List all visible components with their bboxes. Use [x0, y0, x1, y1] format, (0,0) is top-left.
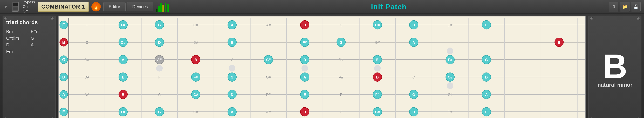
svg-rect-3: [13, 8, 18, 9]
svg-text:F#: F#: [121, 23, 125, 27]
chords-grid: Bm F#m C#dim G D A Em: [6, 29, 52, 54]
key-letter: B: [603, 49, 627, 83]
svg-text:G#: G#: [193, 110, 198, 114]
chord-c-sharp-dim: C#dim: [6, 36, 27, 41]
svg-text:F: F: [86, 110, 88, 114]
svg-text:G#: G#: [448, 93, 452, 97]
chords-panel: triad chords Bm F#m C#dim G D A Em: [2, 16, 56, 118]
svg-text:F#: F#: [303, 41, 307, 45]
svg-text:E: E: [304, 93, 306, 97]
svg-rect-1: [13, 3, 18, 6]
meter-bar-4: [162, 5, 164, 12]
svg-text:G: G: [485, 58, 488, 62]
svg-text:A: A: [231, 110, 233, 114]
svg-point-29: [302, 65, 308, 72]
svg-text:D#: D#: [448, 23, 452, 27]
up-down-arrow-button[interactable]: ⇅: [609, 2, 618, 12]
svg-point-27: [156, 65, 162, 72]
key-panel: B natural minor: [588, 16, 642, 118]
svg-text:C#: C#: [375, 23, 380, 27]
bypass-section: ▼: [4, 4, 8, 10]
svg-text:B: B: [194, 58, 197, 62]
svg-text:C: C: [340, 23, 342, 27]
meter-bar-3: [160, 4, 162, 12]
svg-point-28: [229, 65, 235, 72]
svg-text:F: F: [86, 23, 88, 27]
svg-text:D#: D#: [339, 58, 343, 62]
svg-text:E: E: [231, 41, 233, 45]
svg-rect-5: [58, 16, 586, 118]
chord-d: D: [6, 42, 27, 48]
svg-text:F#: F#: [194, 75, 198, 79]
svg-text:A: A: [62, 92, 65, 97]
svg-text:D#: D#: [193, 41, 198, 45]
meter-bar-2: [158, 6, 160, 12]
svg-text:E: E: [62, 23, 65, 27]
save-button[interactable]: 💾: [631, 2, 640, 12]
bypass-text: Bypass On Off: [23, 0, 35, 14]
svg-text:G#: G#: [193, 23, 198, 27]
svg-text:B: B: [304, 110, 306, 114]
level-meters: [156, 2, 168, 12]
svg-text:C#: C#: [193, 93, 198, 97]
svg-text:E: E: [122, 75, 124, 79]
svg-text:G: G: [158, 110, 161, 114]
svg-text:A: A: [485, 93, 488, 97]
svg-text:D: D: [62, 75, 65, 79]
chords-title: triad chords: [6, 19, 52, 26]
svg-text:E: E: [485, 23, 488, 27]
svg-text:A: A: [412, 41, 415, 45]
svg-text:D: D: [485, 75, 488, 79]
svg-text:B: B: [122, 93, 124, 97]
key-screw-br: [637, 117, 640, 118]
svg-text:A: A: [304, 75, 306, 79]
key-scale: natural minor: [598, 82, 632, 88]
svg-text:G: G: [340, 41, 342, 45]
svg-text:F#: F#: [375, 93, 380, 97]
meter-bar-6: [167, 4, 168, 12]
chord-g: G: [31, 36, 52, 41]
svg-text:C: C: [231, 58, 233, 62]
key-screw-bl: [590, 117, 593, 118]
content-area: triad chords Bm F#m C#dim G D A Em: [0, 14, 644, 118]
svg-text:C#: C#: [266, 58, 271, 62]
svg-text:A#: A#: [266, 110, 270, 114]
svg-text:B: B: [304, 23, 306, 27]
svg-point-32: [447, 82, 453, 89]
svg-text:A#: A#: [157, 58, 162, 62]
svg-text:B: B: [376, 75, 379, 79]
svg-point-30: [374, 65, 380, 72]
editor-button[interactable]: Editor: [103, 2, 126, 11]
folder-button[interactable]: 📁: [620, 2, 630, 12]
fire-icon: 🔥: [92, 2, 101, 12]
svg-text:G#: G#: [375, 41, 380, 45]
svg-text:D#: D#: [84, 75, 89, 79]
combinator-label: COMBINATOR 1: [38, 2, 89, 12]
chord-f-sharp-m: F#m: [31, 29, 52, 34]
svg-text:C: C: [340, 110, 342, 114]
chord-empty: [31, 49, 52, 54]
svg-text:D: D: [304, 58, 306, 62]
device-icon: [11, 0, 20, 13]
chord-bm: Bm: [6, 29, 27, 34]
top-bar: ▼ Bypass On Off COMBINATOR 1 🔥 Editor De…: [0, 0, 644, 14]
svg-text:A#: A#: [84, 93, 89, 97]
svg-text:E: E: [62, 110, 65, 114]
svg-text:G: G: [62, 57, 65, 62]
svg-text:F: F: [158, 75, 160, 79]
fretboard-container: E B G D A E: [58, 16, 586, 118]
svg-text:A: A: [122, 58, 124, 62]
screw-tr: [51, 17, 54, 20]
svg-text:G: G: [230, 75, 234, 79]
chord-a: A: [31, 42, 52, 48]
top-buttons: Editor Devices: [103, 2, 153, 11]
svg-text:C: C: [412, 75, 415, 79]
svg-text:G#: G#: [84, 58, 89, 62]
svg-text:B: B: [558, 41, 560, 45]
dropdown-arrow-icon[interactable]: ▼: [4, 4, 8, 10]
svg-text:C: C: [86, 41, 88, 45]
devices-button[interactable]: Devices: [127, 2, 153, 11]
svg-text:A: A: [231, 23, 233, 27]
svg-text:B: B: [62, 40, 65, 45]
svg-text:E: E: [376, 58, 378, 62]
